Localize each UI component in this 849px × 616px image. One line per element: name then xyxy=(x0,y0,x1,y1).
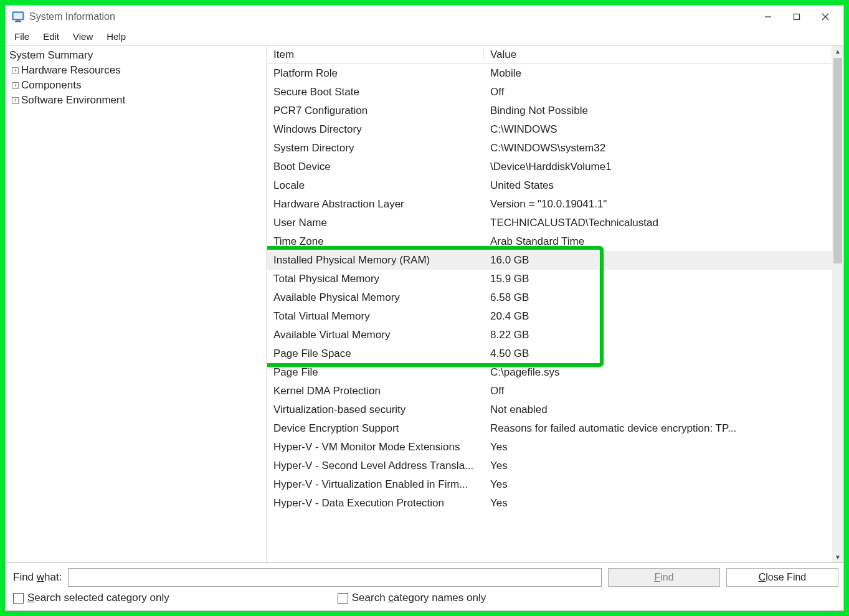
cell-value: 16.0 GB xyxy=(484,254,832,267)
svg-rect-1 xyxy=(14,13,22,19)
table-row[interactable]: Hyper-V - VM Monitor Mode ExtensionsYes xyxy=(267,438,832,457)
chk-label: Search category names only xyxy=(352,592,486,604)
cell-value: C:\WINDOWS xyxy=(484,123,832,136)
chk-search-category-names[interactable]: Search category names only xyxy=(338,592,486,604)
tree-root[interactable]: System Summary xyxy=(9,48,263,63)
tree-label: Hardware Resources xyxy=(21,64,121,77)
titlebar[interactable]: System Information xyxy=(6,6,843,28)
tree-label: Components xyxy=(21,79,81,92)
table-row[interactable]: Page FileC:\pagefile.sys xyxy=(267,363,832,382)
menu-file[interactable]: File xyxy=(8,30,36,43)
table-row[interactable]: PCR7 ConfigurationBinding Not Possible xyxy=(267,102,832,120)
menu-edit[interactable]: Edit xyxy=(37,30,65,43)
cell-item: PCR7 Configuration xyxy=(267,105,484,117)
table-row[interactable]: Virtualization-based securityNot enabled xyxy=(267,400,832,419)
cell-value: Arab Standard Time xyxy=(484,235,832,248)
cell-item: Page File xyxy=(267,366,484,379)
menu-view[interactable]: View xyxy=(67,30,99,43)
list-header[interactable]: Item Value xyxy=(267,45,832,64)
cell-value: \Device\HarddiskVolume1 xyxy=(484,161,832,173)
cell-value: Binding Not Possible xyxy=(484,105,832,117)
cell-item: Device Encryption Support xyxy=(267,422,484,435)
cell-item: Locale xyxy=(267,179,484,192)
cell-item: Installed Physical Memory (RAM) xyxy=(267,254,484,267)
table-row[interactable]: Windows DirectoryC:\WINDOWS xyxy=(267,120,832,139)
cell-item: Hyper-V - Data Execution Protection xyxy=(267,497,484,509)
tree-node-software-environment[interactable]: + Software Environment xyxy=(9,93,263,108)
chk-search-selected-category[interactable]: Search selected category only xyxy=(13,592,169,604)
close-button[interactable] xyxy=(811,7,840,27)
svg-rect-2 xyxy=(16,20,20,21)
cell-item: Windows Directory xyxy=(267,123,484,136)
table-row[interactable]: Boot Device\Device\HarddiskVolume1 xyxy=(267,158,832,176)
cell-item: Hardware Abstraction Layer xyxy=(267,198,484,211)
cell-value: 8.22 GB xyxy=(484,329,832,341)
find-input[interactable] xyxy=(68,568,602,587)
cell-value: Not enabled xyxy=(484,404,832,416)
table-row[interactable]: User NameTECHNICALUSTAD\Technicalustad xyxy=(267,214,832,232)
cell-item: Available Virtual Memory xyxy=(267,329,484,341)
expand-icon[interactable]: + xyxy=(12,97,19,104)
table-row[interactable]: System DirectoryC:\WINDOWS\system32 xyxy=(267,139,832,158)
tree-node-hardware-resources[interactable]: + Hardware Resources xyxy=(9,63,263,78)
table-row[interactable]: Total Physical Memory15.9 GB xyxy=(267,270,832,288)
scroll-down-icon[interactable]: ▼ xyxy=(832,551,843,562)
cell-item: Hyper-V - Second Level Address Transla..… xyxy=(267,460,484,472)
cell-value: Mobile xyxy=(484,67,832,80)
scroll-up-icon[interactable]: ▲ xyxy=(832,45,843,57)
menu-help[interactable]: Help xyxy=(100,30,132,43)
maximize-button[interactable] xyxy=(782,7,811,27)
cell-value: Yes xyxy=(484,478,832,491)
find-label: Find what: xyxy=(11,571,62,584)
cell-value: Yes xyxy=(484,441,832,453)
expand-icon[interactable]: + xyxy=(12,67,19,74)
table-row[interactable]: Device Encryption SupportReasons for fai… xyxy=(267,419,832,438)
cell-item: Virtualization-based security xyxy=(267,404,484,416)
find-button[interactable]: Find xyxy=(608,568,720,587)
header-item[interactable]: Item xyxy=(267,49,484,61)
header-value[interactable]: Value xyxy=(484,49,832,61)
table-row[interactable]: Platform RoleMobile xyxy=(267,64,832,83)
minimize-button[interactable] xyxy=(754,7,782,27)
details-list[interactable]: Item Value Platform RoleMobileSecure Boo… xyxy=(267,45,832,562)
cell-item: User Name xyxy=(267,217,484,229)
cell-value: TECHNICALUSTAD\Technicalustad xyxy=(484,217,832,229)
chk-label: Search selected category only xyxy=(27,592,169,604)
checkbox-icon[interactable] xyxy=(338,593,348,604)
cell-value: United States xyxy=(484,179,832,192)
table-row[interactable]: Available Virtual Memory8.22 GB xyxy=(267,326,832,344)
cell-item: System Directory xyxy=(267,142,484,154)
tree-pane[interactable]: System Summary + Hardware Resources + Co… xyxy=(6,45,267,562)
table-row[interactable]: Hardware Abstraction LayerVersion = "10.… xyxy=(267,195,832,214)
tree-node-components[interactable]: + Components xyxy=(9,78,263,93)
vertical-scrollbar[interactable]: ▲ ▼ xyxy=(832,45,843,562)
table-row[interactable]: Time ZoneArab Standard Time xyxy=(267,232,832,251)
cell-value: Reasons for failed automatic device encr… xyxy=(484,422,832,435)
cell-item: Total Physical Memory xyxy=(267,273,484,285)
table-row[interactable]: Kernel DMA ProtectionOff xyxy=(267,382,832,400)
menubar: File Edit View Help xyxy=(6,28,843,45)
cell-item: Page File Space xyxy=(267,348,484,360)
cell-item: Hyper-V - VM Monitor Mode Extensions xyxy=(267,441,484,453)
expand-icon[interactable]: + xyxy=(12,82,19,89)
checkbox-icon[interactable] xyxy=(13,593,24,604)
close-find-button[interactable]: Close Find xyxy=(726,568,838,587)
table-row[interactable]: Available Physical Memory6.58 GB xyxy=(267,288,832,307)
table-row[interactable]: Hyper-V - Data Execution ProtectionYes xyxy=(267,494,832,513)
table-row[interactable]: Hyper-V - Second Level Address Transla..… xyxy=(267,457,832,475)
cell-value: 20.4 GB xyxy=(484,310,832,323)
table-row[interactable]: LocaleUnited States xyxy=(267,176,832,195)
table-row[interactable]: Installed Physical Memory (RAM)16.0 GB xyxy=(267,251,832,270)
table-row[interactable]: Secure Boot StateOff xyxy=(267,83,832,102)
table-row[interactable]: Page File Space4.50 GB xyxy=(267,344,832,363)
scrollbar-thumb[interactable] xyxy=(833,58,842,263)
cell-value: Off xyxy=(484,385,832,397)
cell-item: Hyper-V - Virtualization Enabled in Firm… xyxy=(267,478,484,491)
table-row[interactable]: Hyper-V - Virtualization Enabled in Firm… xyxy=(267,475,832,494)
cell-value: Version = "10.0.19041.1" xyxy=(484,198,832,211)
table-row[interactable]: Total Virtual Memory20.4 GB xyxy=(267,307,832,326)
window-title: System Information xyxy=(29,11,115,22)
cell-value: C:\pagefile.sys xyxy=(484,366,832,379)
cell-item: Available Physical Memory xyxy=(267,291,484,304)
cell-item: Platform Role xyxy=(267,67,484,80)
